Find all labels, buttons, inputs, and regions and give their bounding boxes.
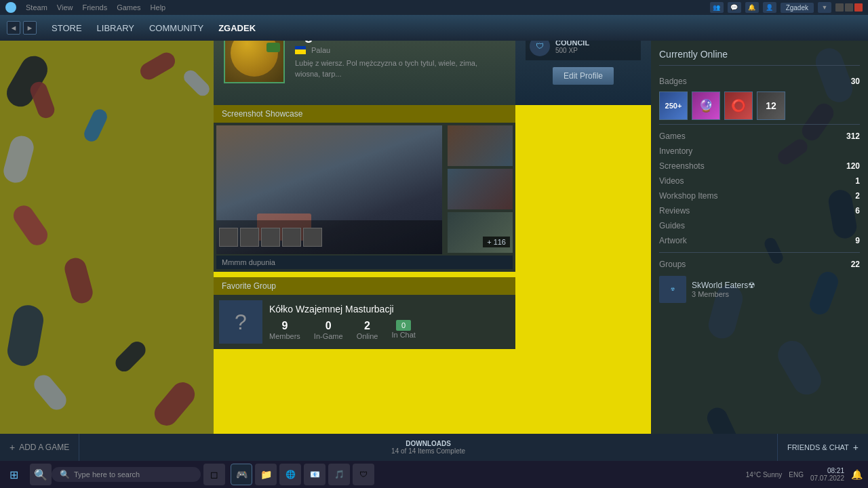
- chat-icon[interactable]: 💬: [728, 2, 741, 13]
- nav-forward-button[interactable]: ►: [23, 21, 37, 35]
- win-start-button[interactable]: ⊞: [0, 461, 27, 488]
- screenshot-thumbs: + 116: [448, 125, 513, 256]
- taskbar-weather: 14°C Sunny: [746, 471, 782, 479]
- friends-chat-label: FRIENDS & CHAT: [787, 443, 849, 451]
- friends-chat-icon: +: [853, 442, 859, 453]
- search-button-taskbar[interactable]: 🔍: [30, 464, 52, 485]
- badge-12[interactable]: 12: [757, 92, 785, 120]
- ui-icon-1: [219, 228, 238, 247]
- screenshot-thumb-1[interactable]: [448, 125, 513, 166]
- top-menu-right: 👥 💬 🔔 👤 Zgadek ▼: [710, 2, 863, 13]
- group-online-label: Online: [357, 332, 378, 340]
- left-sidebar: [0, 41, 214, 461]
- in-chat-num: 0: [401, 321, 406, 329]
- reviews-row[interactable]: Reviews 6: [659, 203, 860, 218]
- screenshot-showcase-title: Screenshot Showcase: [222, 109, 302, 119]
- screenshot-main[interactable]: [216, 125, 442, 254]
- win-search-bar[interactable]: 🔍 Type here to search: [52, 467, 201, 482]
- nav-library[interactable]: LIBRARY: [90, 20, 141, 36]
- divider-1: [659, 124, 860, 125]
- profile-main: Screenshot Showcase: [214, 105, 515, 488]
- council-xp: 500 XP: [555, 47, 589, 54]
- menu-help[interactable]: Help: [151, 3, 166, 12]
- workshop-row[interactable]: Workshop Items 2: [659, 188, 860, 203]
- games-row[interactable]: Games 312: [659, 129, 860, 144]
- downloads-sub: 14 of 14 Items Complete: [391, 447, 465, 455]
- nav-community[interactable]: COMMUNITY: [142, 20, 210, 36]
- divider-2: [659, 252, 860, 253]
- restore-btn[interactable]: [845, 3, 853, 12]
- dropdown-icon[interactable]: ▼: [818, 2, 831, 13]
- taskbar-right: 14°C Sunny ENG 08:21 07.07.2022 🔔: [746, 467, 868, 482]
- screenshots-label: Screenshots: [659, 161, 705, 171]
- ui-icon-4: [282, 228, 301, 247]
- group-stats: 9 Members 0 In-Game 2 Online 0 In Chat: [269, 320, 510, 340]
- inventory-row[interactable]: Inventory: [659, 144, 860, 159]
- screenshot-more-overlay: + 116: [483, 237, 510, 247]
- nav-store[interactable]: STORE: [45, 20, 89, 36]
- steam-taskbar: + ADD A GAME DOWNLOADS 14 of 14 Items Co…: [0, 434, 868, 461]
- friends-icon[interactable]: 👥: [710, 2, 724, 13]
- downloads-section[interactable]: DOWNLOADS 14 of 14 Items Complete: [79, 440, 777, 455]
- steam-logo: [5, 2, 16, 13]
- nav-links: STORE LIBRARY COMMUNITY ZGADEK: [45, 20, 262, 36]
- badge-250[interactable]: 250+: [659, 92, 688, 120]
- nav-back-button[interactable]: ◄: [7, 21, 20, 35]
- group-stat-ingame: 0 In-Game: [314, 320, 343, 340]
- screenshots-count: 120: [846, 161, 860, 171]
- badge-red[interactable]: ⭕: [724, 92, 753, 120]
- badges-row: Badges 30: [659, 74, 860, 89]
- username-badge[interactable]: Zgadek: [781, 3, 814, 13]
- search-icon-taskbar: 🔍: [60, 470, 70, 479]
- nav-current-page: ZGADEK: [212, 20, 262, 36]
- videos-row[interactable]: Videos 1: [659, 174, 860, 188]
- taskbar-steam-icon[interactable]: 🎮: [231, 464, 252, 485]
- windows-taskbar: ⊞ 🔍 🔍 Type here to search ◻ 🎮 📁 🌐 📧 🎵 🛡 …: [0, 461, 868, 488]
- screenshot-ui-bar: [216, 220, 442, 254]
- taskbar-app1-icon[interactable]: 📧: [304, 464, 326, 485]
- ui-icon-2: [240, 228, 259, 247]
- guides-label: Guides: [659, 221, 685, 230]
- taskbar-app2-icon[interactable]: 🎵: [328, 464, 350, 485]
- groups-row[interactable]: Groups 22: [659, 257, 860, 272]
- games-label: Games: [659, 131, 686, 141]
- screenshot-content: [216, 125, 442, 254]
- reviews-count: 6: [855, 206, 860, 216]
- friends-chat-button[interactable]: FRIENDS & CHAT +: [777, 434, 868, 461]
- in-chat-label: In Chat: [391, 331, 415, 339]
- group-name[interactable]: Kółko Wzajemnej Masturbacji: [269, 304, 510, 314]
- taskbar-app3-icon[interactable]: 🛡: [353, 464, 374, 485]
- edit-profile-button[interactable]: Edit Profile: [553, 67, 614, 85]
- screenshot-thumb-2[interactable]: [448, 169, 513, 209]
- menu-view[interactable]: View: [57, 3, 73, 12]
- menu-friends[interactable]: Friends: [82, 3, 107, 12]
- right-sidebar: Currently Online Badges 30 250+ 🔮 ⭕ 12 G…: [651, 41, 868, 461]
- artwork-row[interactable]: Artwork 9: [659, 233, 860, 248]
- ui-icons-bar: [219, 228, 322, 247]
- taskbar-clock: 08:21: [827, 467, 844, 474]
- menu-steam[interactable]: Steam: [26, 3, 47, 12]
- inventory-label: Inventory: [659, 146, 692, 156]
- badge-flame[interactable]: 🔮: [692, 92, 720, 120]
- group-stat-inchat: 0 In Chat: [391, 320, 415, 340]
- close-btn[interactable]: [854, 3, 863, 12]
- taskbar-browser-icon[interactable]: 🌐: [279, 464, 301, 485]
- cortana-icon[interactable]: ◻: [203, 464, 225, 485]
- nav-bar: ◄ ► STORE LIBRARY COMMUNITY ZGADEK: [0, 15, 868, 41]
- screenshots-row[interactable]: Screenshots 120: [659, 159, 860, 174]
- ui-icon-3: [261, 228, 280, 247]
- guides-row[interactable]: Guides: [659, 218, 860, 233]
- videos-count: 1: [855, 176, 860, 186]
- notifications-icon[interactable]: 🔔: [851, 469, 863, 480]
- menu-games[interactable]: Games: [117, 3, 140, 12]
- taskbar-folder-icon[interactable]: 📁: [255, 464, 277, 485]
- group-online-num: 2: [364, 320, 370, 332]
- add-game-button[interactable]: + ADD A GAME: [0, 434, 79, 461]
- top-menu-bar: Steam View Friends Games Help 👥 💬 🔔 👤 Zg…: [0, 0, 868, 15]
- screenshot-thumb-3[interactable]: + 116: [448, 212, 513, 253]
- artwork-label: Artwork: [659, 236, 687, 245]
- profile-bio: Lubię z wiersz. Pol mężczyzna o tych tyt…: [295, 58, 498, 79]
- group-entry-skworld[interactable]: ☢ SkWorld Eaters☢ 3 Members: [659, 272, 860, 307]
- minimize-btn[interactable]: [835, 3, 844, 12]
- notification-icon[interactable]: 🔔: [745, 2, 759, 13]
